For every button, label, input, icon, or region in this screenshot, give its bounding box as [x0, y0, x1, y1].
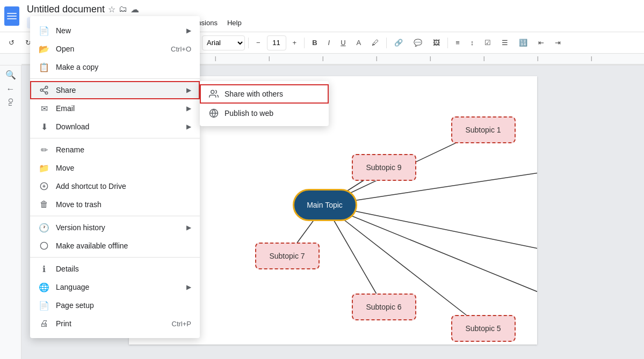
file-menu-rename[interactable]: ✏ Rename [30, 141, 200, 159]
new-icon: 📄 [39, 25, 49, 36]
publish-to-web[interactable]: Publish to web [200, 104, 329, 123]
file-menu-offline[interactable]: Make available offline [30, 237, 200, 255]
share-submenu: Share with others Publish to web [200, 81, 329, 126]
print-icon: 🖨 [39, 318, 49, 329]
move-icon: 📁 [39, 163, 49, 173]
file-menu-trash[interactable]: 🗑 Move to trash [30, 195, 200, 214]
file-menu-section-3: ✏ Rename 📁 Move Add shortcut to Drive 🗑 … [30, 138, 200, 216]
trash-icon: 🗑 [39, 199, 49, 210]
file-menu-details[interactable]: ℹ Details [30, 260, 200, 278]
details-icon: ℹ [39, 263, 49, 274]
svg-point-19 [45, 86, 48, 89]
rename-icon: ✏ [39, 144, 49, 155]
language-icon: 🌐 [39, 282, 49, 292]
version-icon: 🕐 [39, 222, 49, 233]
file-menu-section-2: Share ▶ Share with others [30, 79, 200, 138]
offline-icon [39, 240, 49, 251]
file-menu-copy[interactable]: 📋 Make a copy [30, 58, 200, 76]
file-menu-version[interactable]: 🕐 Version history ▶ [30, 218, 200, 237]
svg-line-22 [42, 91, 45, 92]
file-menu-download[interactable]: ⬇ Download ▶ [30, 118, 200, 136]
file-menu-open[interactable]: 📂 Open Ctrl+O [30, 40, 200, 58]
shortcut-icon [39, 181, 49, 192]
svg-point-21 [45, 92, 48, 94]
file-menu-new[interactable]: 📄 New ▶ [30, 21, 200, 40]
file-menu-section-1: 📄 New ▶ 📂 Open Ctrl+O 📋 Make a copy [30, 19, 200, 79]
svg-point-20 [40, 89, 43, 92]
pagesetup-icon: 📄 [39, 300, 49, 311]
share-with-others[interactable]: Share with others [200, 84, 329, 104]
download-icon: ⬇ [39, 121, 49, 132]
file-menu-shortcut[interactable]: Add shortcut to Drive [30, 177, 200, 195]
file-menu-move[interactable]: 📁 Move [30, 159, 200, 177]
email-icon: ✉ [39, 103, 49, 114]
copy-icon: 📋 [39, 62, 49, 72]
publish-icon [208, 108, 219, 119]
svg-point-30 [40, 242, 47, 249]
file-menu-pagesetup[interactable]: 📄 Page setup [30, 296, 200, 314]
share-with-others-icon [208, 89, 219, 99]
file-menu: 📄 New ▶ 📂 Open Ctrl+O 📋 Make a copy [30, 16, 200, 338]
file-menu-section-4: 🕐 Version history ▶ Make available offli… [30, 216, 200, 258]
file-menu-email[interactable]: ✉ Email ▶ [30, 99, 200, 118]
share-menu-icon [39, 85, 49, 96]
file-menu-print[interactable]: 🖨 Print Ctrl+P [30, 314, 200, 333]
svg-line-23 [42, 88, 45, 90]
file-menu-section-5: ℹ Details 🌐 Language ▶ 📄 Page setup 🖨 Pr… [30, 258, 200, 335]
menu-overlay[interactable]: 📄 New ▶ 📂 Open Ctrl+O 📋 Make a copy [0, 0, 644, 359]
file-menu-share[interactable]: Share ▶ Share with others [30, 81, 200, 99]
open-icon: 📂 [39, 43, 49, 54]
svg-point-24 [211, 90, 214, 93]
file-menu-language[interactable]: 🌐 Language ▶ [30, 278, 200, 296]
